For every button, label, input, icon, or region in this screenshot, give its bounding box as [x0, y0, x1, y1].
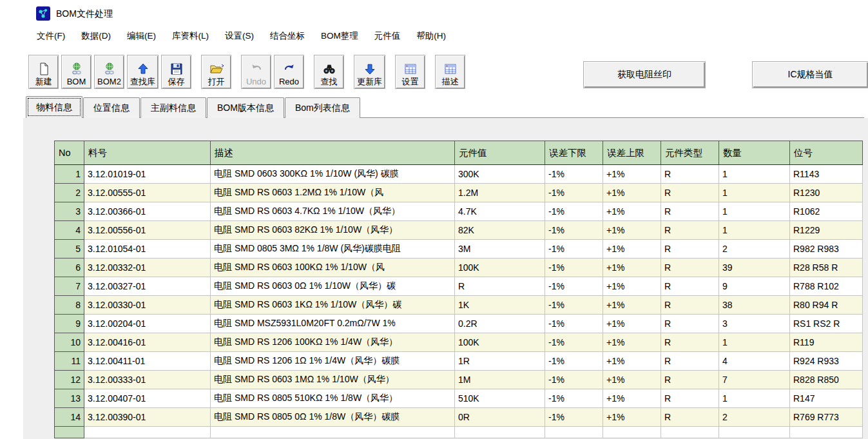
cell-value: 1R: [455, 352, 545, 371]
app-icon: [36, 6, 50, 21]
table-row[interactable]: 33.12.00366-01电阻 SMD RS 0603 4.7KΩ 1% 1/…: [55, 202, 863, 221]
table-row[interactable]: 113.12.00411-01电阻 SMD RS 1206 1Ω 1% 1/4W…: [55, 352, 863, 371]
table-row-partial: [55, 427, 863, 438]
toolbar-button-open[interactable]: 打开: [201, 55, 231, 89]
cell-type: R: [661, 184, 719, 202]
globe-link-icon: [103, 62, 116, 76]
toolbar-button-save[interactable]: 保存: [161, 55, 191, 89]
cell-tol_high: +1%: [603, 408, 661, 427]
cell-part_no: 3.12.00366-01: [84, 202, 211, 221]
redo-icon: [282, 62, 296, 76]
toolbar-button-undo[interactable]: Undo: [241, 55, 271, 89]
table-row[interactable]: 93.12.00204-01电阻 SMD MSZ5931L0M20FT 0.2m…: [55, 315, 863, 333]
column-header-8[interactable]: 位号: [790, 141, 863, 165]
window-title: BOM文件处理: [56, 8, 113, 20]
menu-item-data[interactable]: 数据(D): [81, 30, 111, 42]
table-row[interactable]: 53.12.01054-01电阻 SMD 0805 3MΩ 1% 1/8W (风…: [55, 240, 863, 259]
get-resistor-silkscreen-button[interactable]: 获取电阻丝印: [583, 61, 706, 88]
column-header-4[interactable]: 误差下限: [545, 141, 603, 165]
menu-item-bom-organize[interactable]: BOM整理: [321, 30, 358, 42]
toolbar-button-label: 描述: [442, 76, 459, 87]
toolbar-button-bom2[interactable]: BOM2: [94, 55, 124, 89]
menu-item-component-value[interactable]: 元件值: [374, 30, 401, 42]
table-icon: [404, 62, 417, 76]
grid-container: No料号描述元件值误差下限误差上限元件类型数量位号 13.12.01019-01…: [54, 141, 863, 438]
table-icon: [444, 62, 457, 76]
column-header-2[interactable]: 描述: [211, 141, 455, 165]
cell-qty: 1: [719, 202, 790, 221]
table-row[interactable]: 143.12.00390-01电阻 SMD RS 0805 0Ω 1% 1/8W…: [55, 408, 863, 427]
cell-tol_low: -1%: [545, 277, 603, 296]
toolbar-button-find-library[interactable]: 查找库: [127, 55, 159, 89]
cell-no: 12: [55, 371, 84, 389]
cell-tol_high: +1%: [603, 315, 661, 333]
cell-no: 7: [55, 277, 84, 296]
menu-item-edit[interactable]: 编辑(E): [127, 30, 156, 42]
cell-qty: 7: [719, 371, 790, 389]
cell-no: 3: [55, 202, 84, 221]
cell-empty: [545, 427, 603, 438]
cell-description: 电阻 SMD RS 1206 1Ω 1% 1/4W（风华）碳膜: [211, 352, 455, 371]
column-header-0[interactable]: No: [55, 141, 84, 165]
cell-qty: 3: [719, 315, 790, 333]
cell-description: 电阻 SMD RS 0603 82KΩ 1% 1/10W（风华）: [211, 221, 455, 240]
column-header-3[interactable]: 元件值: [455, 141, 545, 165]
column-header-1[interactable]: 料号: [84, 141, 211, 165]
cell-designators: R828 R850: [790, 371, 863, 389]
cell-description: 电阻 SMD MSZ5931L0M20FT 0.2mΩ/7W 1%: [211, 315, 455, 333]
menu-item-help[interactable]: 帮助(H): [416, 30, 446, 42]
table-row[interactable]: 73.12.00327-01电阻 SMD RS 0603 0Ω 1% 1/10W…: [55, 277, 863, 296]
cell-empty: [455, 427, 545, 438]
cell-tol_low: -1%: [545, 296, 603, 315]
table-row[interactable]: 43.12.00556-01电阻 SMD RS 0603 82KΩ 1% 1/1…: [55, 221, 863, 240]
table-row[interactable]: 103.12.00416-01电阻 SMD RS 1206 100KΩ 1% 1…: [55, 333, 863, 352]
menu-item-library[interactable]: 库资料(L): [172, 30, 209, 42]
tab-bom-list-info[interactable]: Bom列表信息: [285, 97, 360, 118]
tab-location-info[interactable]: 位置信息: [83, 97, 140, 118]
tab-main-sub-material-info[interactable]: 主副料信息: [140, 97, 206, 118]
tab-bom-version-info[interactable]: BOM版本信息: [207, 97, 284, 118]
table-header-row: No料号描述元件值误差下限误差上限元件类型数量位号: [55, 141, 863, 165]
cell-qty: 1: [719, 333, 790, 352]
cell-type: R: [661, 352, 719, 371]
toolbar-button-settings[interactable]: 设置: [395, 55, 425, 89]
cell-no: 8: [55, 296, 84, 315]
menu-bar: 文件(F)数据(D)编辑(E)库资料(L)设置(S)结合坐标BOM整理元件值帮助…: [37, 29, 446, 43]
toolbar-button-find[interactable]: 查找: [314, 55, 344, 89]
toolbar-button-new[interactable]: 新建: [28, 55, 59, 89]
toolbar-button-label: 打开: [208, 76, 225, 87]
tab-material-info[interactable]: 物料信息: [26, 96, 82, 118]
cell-tol_low: -1%: [545, 259, 603, 277]
toolbar-button-redo[interactable]: Redo: [274, 55, 304, 89]
cell-description: 电阻 SMD RS 0603 0Ω 1% 1/10W（风华）碳: [211, 277, 455, 296]
ic-spec-value-button[interactable]: IC规格当值: [752, 61, 868, 88]
table-row[interactable]: 63.12.00332-01电阻 SMD RS 0603 100KΩ 1% 1/…: [55, 259, 863, 277]
table-row[interactable]: 83.12.00330-01电阻 SMD RS 0603 1KΩ 1% 1/10…: [55, 296, 863, 315]
table-row[interactable]: 123.12.00333-01电阻 SMD RS 0603 1MΩ 1% 1/1…: [55, 371, 863, 389]
cell-designators: R1229: [790, 221, 863, 240]
toolbar-button-bom[interactable]: BOM: [61, 55, 92, 89]
column-header-5[interactable]: 误差上限: [603, 141, 661, 165]
table-row[interactable]: 23.12.00555-01电阻 SMD RS 0603 1.2MΩ 1% 1/…: [55, 184, 863, 202]
toolbar-button-label: 新建: [35, 76, 52, 87]
cell-part_no: 3.12.00204-01: [84, 315, 211, 333]
cell-tol_high: +1%: [603, 352, 661, 371]
cell-qty: 1: [719, 389, 790, 408]
column-header-6[interactable]: 元件类型: [661, 141, 719, 165]
menu-item-settings[interactable]: 设置(S): [225, 30, 254, 42]
menu-item-combine-coords[interactable]: 结合坐标: [270, 30, 305, 42]
toolbar-button-update-library[interactable]: 更新库: [354, 55, 385, 89]
cell-type: R: [661, 333, 719, 352]
toolbar-button-label: BOM2: [97, 76, 121, 87]
cell-no: 14: [55, 408, 84, 427]
cell-qty: 4: [719, 352, 790, 371]
cell-no: 2: [55, 184, 84, 202]
table-row[interactable]: 133.12.00407-01电阻 SMD RS 0805 510KΩ 1% 1…: [55, 389, 863, 408]
table-row[interactable]: 13.12.01019-01电阻 SMD 0603 300KΩ 1% 1/10W…: [55, 165, 863, 184]
menu-item-file[interactable]: 文件(F): [37, 30, 65, 42]
toolbar-button-describe[interactable]: 描述: [435, 55, 465, 89]
cell-description: 电阻 SMD RS 0603 100KΩ 1% 1/10W（风: [211, 259, 455, 277]
cell-description: 电阻 SMD RS 0805 510KΩ 1% 1/8W（风华）: [211, 389, 455, 408]
column-header-7[interactable]: 数量: [719, 141, 790, 165]
cell-empty: [661, 427, 719, 438]
